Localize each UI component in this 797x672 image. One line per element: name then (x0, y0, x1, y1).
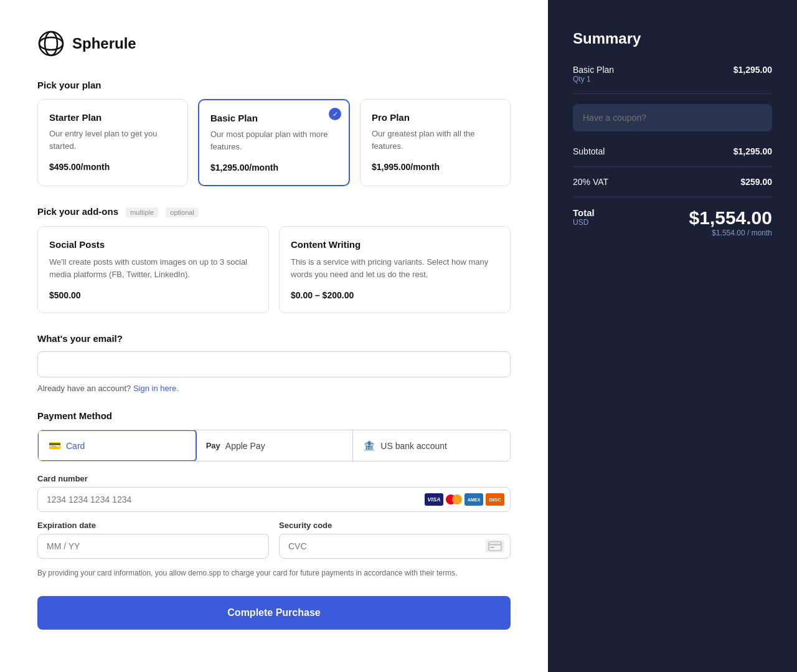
discover-logo: DISC (486, 493, 504, 506)
addon-desc-social: We'll create posts with custom images on… (49, 256, 257, 280)
addon-card-social[interactable]: Social Posts We'll create posts with cus… (37, 226, 269, 313)
cvc-card-icon (486, 540, 504, 552)
card-logos: VISA AMEX DISC (425, 493, 504, 506)
cvc-label: Security code (279, 521, 511, 530)
addon-price-social: $500.00 (49, 290, 257, 300)
plan-desc-starter: Our entry level plan to get you started. (49, 128, 176, 152)
summary-plan-row: Basic Plan Qty 1 $1,295.00 (573, 65, 772, 83)
card-number-row: VISA AMEX DISC (37, 487, 511, 512)
payment-section: Payment Method 💳 Card Pay Apple Pay 🏦 US… (37, 410, 511, 579)
expiry-group: Expiration date (37, 521, 269, 559)
signin-link[interactable]: Sign in here. (133, 384, 179, 393)
applepay-icon: Pay (206, 441, 220, 450)
card-icon: 💳 (49, 440, 61, 452)
payment-tab-bank[interactable]: 🏦 US bank account (353, 430, 510, 461)
plan-card-basic[interactable]: ✓ Basic Plan Our most popular plan with … (198, 99, 350, 186)
check-badge-basic: ✓ (329, 108, 341, 120)
svg-point-0 (39, 32, 63, 55)
logo-text: Spherule (72, 35, 136, 52)
addon-card-content[interactable]: Content Writing This is a service with p… (279, 226, 511, 313)
cvc-input-row (279, 534, 511, 559)
payment-tabs: 💳 Card Pay Apple Pay 🏦 US bank account (37, 430, 511, 461)
summary-plan-label: Basic Plan (573, 65, 614, 75)
plan-price-pro: $1,995.00/month (372, 162, 499, 172)
svg-rect-5 (490, 547, 494, 548)
summary-total-label: Total (573, 207, 595, 218)
addon-cards: Social Posts We'll create posts with cus… (37, 226, 511, 313)
payment-tab-card[interactable]: 💳 Card (37, 430, 197, 461)
summary-panel: Summary Basic Plan Qty 1 $1,295.00 Subto… (548, 0, 797, 672)
cvc-input[interactable] (279, 534, 511, 559)
summary-vat-label: 20% VAT (573, 177, 608, 187)
svg-rect-3 (489, 542, 501, 551)
visa-logo: VISA (425, 493, 443, 506)
summary-plan-price: $1,295.00 (733, 65, 772, 75)
addon-price-content: $0.00 – $200.00 (291, 290, 499, 300)
addon-name-content: Content Writing (291, 239, 499, 250)
plan-price-basic: $1,295.00/month (210, 163, 337, 173)
summary-divider-1 (573, 93, 772, 94)
summary-total-per-month: $1,554.00 / month (689, 229, 772, 237)
plan-name-pro: Pro Plan (372, 112, 499, 123)
logo: Spherule (37, 30, 511, 57)
summary-subtotal-value: $1,295.00 (733, 146, 772, 156)
cvc-group: Security code (279, 521, 511, 559)
addon-name-social: Social Posts (49, 239, 257, 250)
badge-optional: optional (166, 207, 199, 217)
summary-total-row: Total USD $1,554.00 $1,554.00 / month (573, 207, 772, 237)
svg-point-2 (39, 37, 63, 50)
email-section: What's your email? Already have an accou… (37, 333, 511, 393)
summary-qty: Qty 1 (573, 75, 614, 83)
badge-multiple: multiple (126, 207, 158, 217)
plan-card-pro[interactable]: Pro Plan Our greatest plan with all the … (360, 99, 511, 186)
bank-icon: 🏦 (363, 440, 375, 452)
mastercard-logo (446, 494, 462, 505)
payment-tab-applepay[interactable]: Pay Apple Pay (196, 430, 354, 461)
card-number-label: Card number (37, 474, 511, 483)
card-number-group: Card number VISA AMEX DISC (37, 474, 511, 512)
summary-vat-row: 20% VAT $259.00 (573, 177, 772, 187)
expiry-label: Expiration date (37, 521, 269, 530)
plan-card-starter[interactable]: Starter Plan Our entry level plan to get… (37, 99, 188, 186)
expiry-input[interactable] (37, 534, 269, 559)
svg-rect-4 (489, 544, 501, 546)
plan-price-starter: $495.00/month (49, 162, 176, 172)
card-disclaimer: By providing your card information, you … (37, 567, 511, 579)
plan-section-label: Pick your plan (37, 80, 511, 90)
summary-total-currency: USD (573, 218, 595, 227)
plan-name-basic: Basic Plan (210, 113, 337, 123)
logo-icon (37, 30, 65, 57)
svg-point-1 (45, 32, 57, 55)
amex-logo: AMEX (465, 493, 483, 506)
summary-subtotal-row: Subtotal $1,295.00 (573, 146, 772, 156)
plan-desc-pro: Our greatest plan with all the features. (372, 128, 499, 152)
payment-label: Payment Method (37, 410, 511, 421)
summary-total-value: $1,554.00 (689, 207, 772, 229)
summary-subtotal-label: Subtotal (573, 146, 605, 156)
email-input[interactable] (37, 351, 511, 377)
signin-text: Already have an account? Sign in here. (37, 384, 511, 393)
coupon-input[interactable] (573, 104, 772, 131)
summary-vat-value: $259.00 (740, 177, 772, 187)
summary-divider-3 (573, 197, 772, 197)
addon-desc-content: This is a service with pricing variants.… (291, 256, 499, 280)
addons-section-label: Pick your add-ons multiple optional (37, 206, 511, 217)
summary-divider-2 (573, 166, 772, 167)
card-extra-fields: Expiration date Security code (37, 521, 511, 559)
plan-cards: Starter Plan Our entry level plan to get… (37, 99, 511, 186)
email-label: What's your email? (37, 333, 511, 344)
left-panel: Spherule Pick your plan Starter Plan Our… (0, 0, 548, 672)
plan-desc-basic: Our most popular plan with more features… (210, 128, 337, 153)
summary-title: Summary (573, 30, 772, 47)
plan-name-starter: Starter Plan (49, 112, 176, 123)
purchase-button[interactable]: Complete Purchase (37, 596, 511, 630)
